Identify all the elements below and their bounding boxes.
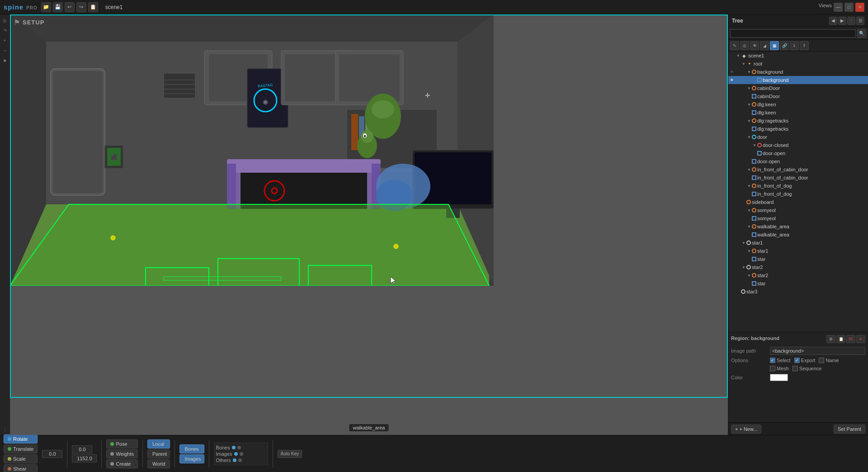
expand-dk-slot[interactable]: ▼ (746, 102, 752, 107)
vis-ifcd-slot[interactable] (728, 165, 736, 174)
shear-button[interactable]: Shear (4, 464, 38, 472)
expand-doorclosed[interactable]: ▼ (752, 142, 757, 148)
tree-icon-download[interactable]: ⇓ (790, 41, 799, 50)
vis-wa-slot[interactable] (728, 222, 736, 231)
props-copy-icon[interactable]: 📋 (836, 335, 845, 343)
export-checkbox[interactable] (794, 358, 800, 363)
expand-wa-slot[interactable]: ▼ (746, 224, 752, 229)
image-path-input[interactable] (770, 347, 865, 355)
vis-doorclosed[interactable] (728, 141, 736, 149)
weights-button[interactable]: Weights (106, 449, 138, 458)
tree-filter-icon[interactable]: 🔍 (857, 29, 866, 38)
vis-star2-region[interactable] (728, 279, 736, 288)
vis-somyeol-region[interactable] (728, 214, 736, 222)
tree-item-cabindoor-region[interactable]: cabinDoor (728, 92, 868, 100)
tree-nav-back[interactable]: ◀ (829, 17, 837, 25)
tree-icon-upload[interactable]: ⇑ (800, 41, 809, 50)
vis-star1-slot[interactable] (728, 247, 736, 255)
sequence-checkbox[interactable] (793, 366, 798, 371)
tree-item-dooropen-slot[interactable]: door-open (728, 157, 868, 165)
vis-ifd-slot[interactable] (728, 182, 736, 190)
world-button[interactable]: World (147, 459, 170, 468)
rotate-button[interactable]: Rotate (4, 434, 38, 444)
vis-dk-slot[interactable] (728, 100, 736, 109)
tree-item-ifcd-region[interactable]: in_front_of_cabin_door (728, 174, 868, 182)
minimize-button[interactable]: — (834, 3, 843, 12)
tree-item-background-region[interactable]: 👁 background (728, 76, 868, 84)
expand-star1-slot[interactable]: ▼ (746, 248, 752, 254)
expand-door-bone[interactable]: ▼ (746, 134, 752, 140)
tree-item-somyeol-slot[interactable]: ▼ somyeol (728, 206, 868, 214)
tree-item-star1-region[interactable]: star (728, 255, 868, 263)
bones-toggle[interactable]: Bones (179, 444, 204, 453)
tree-icon-grid[interactable]: ▦ (770, 41, 779, 50)
vis-cd-region[interactable] (728, 92, 736, 100)
new-button[interactable]: + + New... (731, 425, 761, 434)
vis-sideboard[interactable] (728, 198, 736, 206)
tree-item-doorclosed[interactable]: ▼ door-closed (728, 141, 868, 149)
vis-star1-region[interactable] (728, 255, 736, 263)
mesh-checkbox[interactable] (770, 366, 775, 371)
expand-star2-bone[interactable]: ▼ (741, 264, 746, 270)
color-swatch[interactable] (770, 374, 788, 381)
auto-key-button[interactable]: Auto Key (278, 450, 302, 458)
images-toggle[interactable]: Images (179, 454, 204, 463)
tree-item-ifd-region[interactable]: in_front_of_dog (728, 190, 868, 198)
tree-item-root[interactable]: ▼ ✦ root (728, 60, 868, 68)
redo-button[interactable]: ↪ (76, 2, 86, 12)
props-close-icon[interactable]: ✕ (856, 335, 865, 343)
expand-cd-slot[interactable]: ▼ (746, 85, 752, 91)
translate-button[interactable]: Translate (4, 444, 38, 453)
expand-drt-slot[interactable]: ▼ (746, 118, 752, 123)
tree-item-background-slot[interactable]: 👁 ▼ background (728, 68, 868, 76)
tree-item-star1-bone[interactable]: ▼ star1 (728, 239, 868, 247)
tree-item-ifd-slot[interactable]: ▼ in_front_of_dog (728, 182, 868, 190)
vis-star2-slot[interactable] (728, 271, 736, 279)
expand-somyeol-slot[interactable]: ▼ (746, 208, 752, 213)
vis-bg-region[interactable]: 👁 (728, 76, 736, 84)
vis-dk-region[interactable] (728, 109, 736, 117)
translate-x-input[interactable] (72, 445, 92, 453)
tree-search-input[interactable] (730, 29, 856, 38)
vis-star3-bone[interactable] (728, 288, 736, 296)
strip-icon-5[interactable]: ■ (1, 56, 9, 64)
vis-wa-region[interactable] (728, 231, 736, 239)
vis-star1-bone[interactable] (728, 239, 736, 247)
tree-item-star2-region[interactable]: star (728, 279, 868, 288)
strip-icon-2[interactable]: ↷ (1, 26, 9, 34)
save-as-button[interactable]: 📋 (88, 2, 98, 12)
tree-item-star2-slot[interactable]: ▼ star2 (728, 271, 868, 279)
tree-icon-link[interactable]: 🔗 (780, 41, 789, 50)
vis-drt-region[interactable] (728, 125, 736, 133)
expand-ifd-slot[interactable]: ▼ (746, 183, 752, 189)
vis-ifd-region[interactable] (728, 190, 736, 198)
vis-scene1[interactable] (728, 52, 736, 60)
tree-item-dlgrt-slot[interactable]: ▼ dlg:ragetracks (728, 117, 868, 125)
tree-item-cabindoor-slot[interactable]: ▼ cabinDoor (728, 84, 868, 92)
expand-bg-slot[interactable]: ▼ (746, 69, 752, 75)
tree-options-1[interactable]: ⋮ (847, 17, 855, 25)
strip-icon-1[interactable]: ◎ (1, 16, 9, 24)
vis-root[interactable] (728, 60, 736, 68)
select-checkbox[interactable] (770, 358, 775, 363)
tree-item-star1-slot[interactable]: ▼ star1 (728, 247, 868, 255)
tree-icon-pencil[interactable]: ✎ (730, 41, 739, 50)
expand-star2-slot[interactable]: ▼ (746, 273, 752, 278)
save-button[interactable]: 💾 (53, 2, 63, 12)
tree-item-wa-slot[interactable]: ▼ walkable_area (728, 222, 868, 231)
expand-scene1[interactable]: ▼ (736, 53, 741, 58)
tree-item-star3-bone[interactable]: star3 (728, 288, 868, 296)
vis-dooropen-slot[interactable] (728, 157, 736, 165)
create-button[interactable]: Create (106, 459, 138, 468)
local-button[interactable]: Local (147, 439, 170, 448)
name-checkbox[interactable] (819, 358, 824, 363)
close-button[interactable]: ✕ (855, 3, 864, 12)
pose-button[interactable]: Pose (106, 439, 138, 448)
translate-y-input[interactable] (72, 454, 97, 463)
tree-item-dlgkeen-slot[interactable]: ▼ dlg:keen (728, 100, 868, 109)
open-file-button[interactable]: 📁 (41, 2, 51, 12)
scale-button[interactable]: Scale (4, 454, 38, 463)
parent-button[interactable]: Parent (147, 449, 170, 458)
tree-item-dooropen-region[interactable]: door-open (728, 149, 868, 157)
vis-bg-slot[interactable]: 👁 (728, 68, 736, 76)
